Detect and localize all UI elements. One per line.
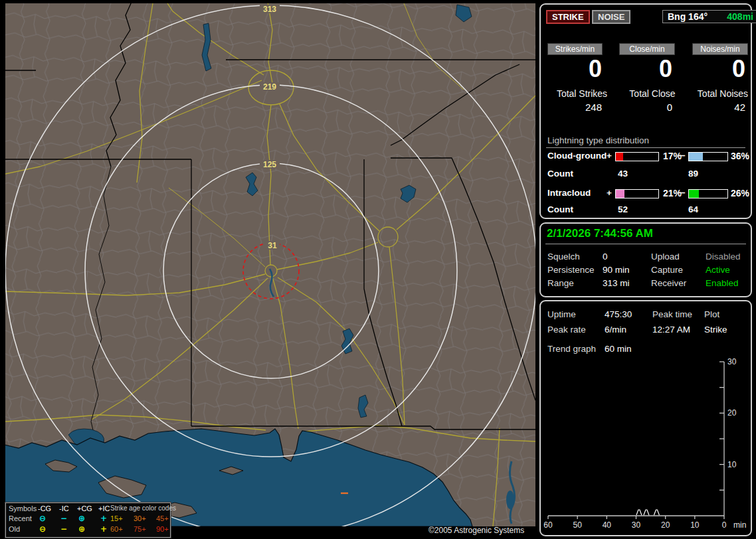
intracloud-label: Intracloud <box>547 188 591 198</box>
map-canvas: 313 219 125 31 <box>5 3 535 526</box>
pos-cg-recent-icon: ⊕ <box>78 514 85 523</box>
svg-text:30: 30 <box>632 520 641 530</box>
total-noises-label: Total Noises <box>691 88 755 99</box>
ic-plus-bar-fill <box>616 190 624 198</box>
squelch-label: Squelch <box>547 252 580 262</box>
noise-toggle-button[interactable]: NOISE <box>592 10 630 24</box>
cg-minus-bar <box>688 152 728 161</box>
svg-text:50: 50 <box>573 520 582 530</box>
ic-plus-count: 52 <box>618 204 628 214</box>
ring-label-219: 219 <box>263 82 276 92</box>
minus-sign: − <box>680 151 686 161</box>
persistence-value: 90 min <box>603 265 630 275</box>
svg-text:min: min <box>733 520 746 530</box>
age-75: 75+ <box>134 525 146 533</box>
cg-minus-bar-fill <box>689 153 703 161</box>
total-noises-value: 42 <box>688 102 745 113</box>
ic-minus-bar <box>688 189 728 198</box>
legend-col-pic: +IC <box>98 504 110 512</box>
svg-text:10: 10 <box>690 520 700 530</box>
legend-row-old: Old <box>9 525 20 533</box>
legend-col-ncg: -CG <box>38 504 51 512</box>
receiver-label: Receiver <box>651 278 686 288</box>
cg-plus-bar-fill <box>616 153 623 161</box>
ring-label-125: 125 <box>263 160 276 169</box>
status-panel: 2/1/2026 7:44:56 AM Squelch 0 Upload Dis… <box>539 222 752 297</box>
ic-minus-count: 64 <box>688 204 698 214</box>
pos-cg-old-icon: ⊕ <box>78 524 85 534</box>
range-value: 313 mi <box>603 278 630 288</box>
capture-label: Capture <box>651 265 683 275</box>
ic-minus-bar-fill <box>689 190 699 198</box>
range-label: Range <box>547 278 574 288</box>
ic-plus-bar <box>615 189 659 198</box>
strikes-per-min-value: 0 <box>545 55 602 83</box>
svg-text:10: 10 <box>727 460 737 469</box>
close-per-min-value: 0 <box>615 55 672 83</box>
legend-col-pcg: +CG <box>77 504 92 512</box>
minus-sign: − <box>680 188 686 198</box>
legend-symbols-title: Symbols <box>9 504 37 512</box>
svg-text:20: 20 <box>661 520 670 530</box>
strike-stats-panel: STRIKE NOISE Bng 164° 408mi Strikes/min … <box>539 3 752 219</box>
ring-label-313: 313 <box>263 5 276 14</box>
cloud-ground-label: Cloud-ground <box>547 151 607 161</box>
age-90: 90+ <box>156 525 169 533</box>
persistence-label: Persistence <box>547 265 595 275</box>
divider <box>545 244 746 244</box>
total-close-label: Total Close <box>620 88 684 99</box>
divider <box>546 147 745 148</box>
cg-plus-bar <box>615 152 659 161</box>
svg-text:40: 40 <box>603 520 612 530</box>
svg-text:60: 60 <box>543 520 553 530</box>
neg-ic-recent-icon: − <box>60 514 67 523</box>
cg-count-label: Count <box>547 169 573 179</box>
legend-age-title: Strike age color codes <box>110 504 176 512</box>
cg-plus-count: 43 <box>618 169 628 179</box>
cg-minus-pct: 36% <box>731 151 749 161</box>
copyright-text: ©2005 Astrogenic Systems <box>428 526 535 535</box>
svg-text:0: 0 <box>722 520 727 530</box>
datetime-display: 2/1/2026 7:44:56 AM <box>547 227 653 240</box>
close-per-min-label: Close/min <box>619 43 675 55</box>
ic-count-label: Count <box>547 204 573 214</box>
lightning-map[interactable]: 313 219 125 31 <box>5 3 535 526</box>
squelch-value: 0 <box>603 252 608 262</box>
age-60: 60+ <box>110 525 123 533</box>
bearing-value: Bng 164° <box>668 11 708 22</box>
strikes-per-min-label: Strikes/min <box>547 43 603 55</box>
receiver-status: Enabled <box>706 278 739 288</box>
upload-label: Upload <box>651 252 680 262</box>
svg-text:30: 30 <box>727 357 737 366</box>
ic-plus-pct: 21% <box>663 188 682 198</box>
neg-cg-old-icon: ⊖ <box>39 524 46 534</box>
plus-sign: + <box>607 151 612 161</box>
total-close-value: 0 <box>615 102 672 113</box>
legend-row-recent: Recent <box>9 514 32 522</box>
bearing-distance-box: Bng 164° 408mi <box>662 10 756 23</box>
age-15: 15+ <box>110 514 123 522</box>
pos-ic-old-icon: + <box>100 524 107 534</box>
ring-label-31: 31 <box>268 241 277 250</box>
svg-text:20: 20 <box>727 408 737 418</box>
total-strikes-value: 248 <box>545 102 602 113</box>
cg-minus-count: 89 <box>688 169 698 179</box>
distance-value: 408mi <box>727 11 753 22</box>
upload-status: Disabled <box>706 252 741 262</box>
capture-status: Active <box>706 265 730 275</box>
distribution-title: Lightning type distribution <box>547 135 649 145</box>
neg-ic-old-icon: − <box>60 524 67 534</box>
total-strikes-label: Total Strikes <box>550 88 614 99</box>
symbols-legend: Symbols -CG -IC +CG +IC Strike age color… <box>5 502 171 538</box>
trend-graph: 3020106050403020100min <box>541 301 751 535</box>
noises-per-min-value: 0 <box>688 55 745 83</box>
age-30: 30+ <box>134 514 146 522</box>
plus-sign: + <box>607 188 612 198</box>
ic-minus-pct: 26% <box>731 188 749 198</box>
pos-ic-recent-icon: + <box>100 514 107 523</box>
legend-col-nic: -IC <box>59 504 69 512</box>
neg-cg-recent-icon: ⊖ <box>39 514 46 523</box>
noises-per-min-label: Noises/min <box>692 43 748 55</box>
strike-toggle-button[interactable]: STRIKE <box>546 10 590 24</box>
cg-plus-pct: 17% <box>663 151 682 161</box>
